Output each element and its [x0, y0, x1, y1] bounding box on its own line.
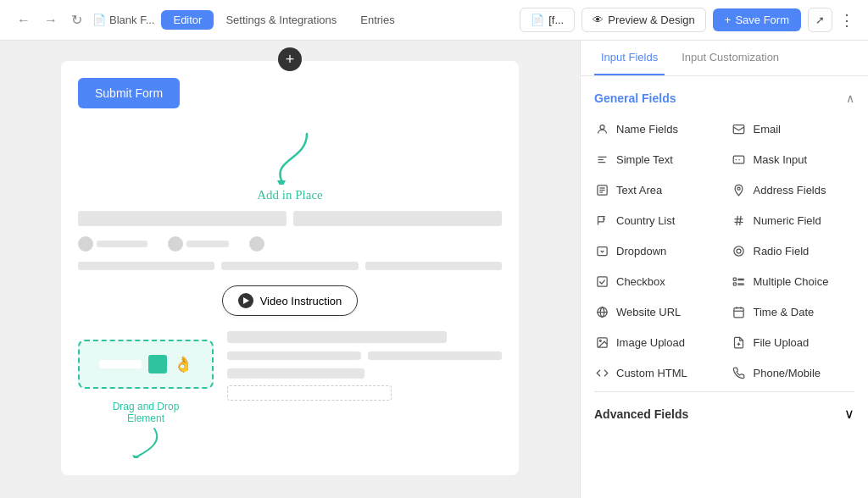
drag-drop-area[interactable]: 👌: [78, 340, 214, 389]
phone-icon: [732, 365, 747, 380]
svg-point-12: [737, 187, 740, 190]
field-website[interactable]: Website URL: [587, 296, 725, 327]
field-phone[interactable]: Phone/Mobile: [725, 357, 862, 388]
topbar: ← → ↻ 📄 Blank F... Editor Settings & Int…: [0, 0, 868, 41]
svg-marker-0: [277, 180, 286, 185]
person-icon: [594, 121, 609, 136]
mock-dashed: [227, 385, 392, 401]
mock-field-1: [78, 211, 287, 226]
back-button[interactable]: ←: [14, 9, 34, 31]
topbar-tabs: Editor Settings & Integrations Entries: [161, 10, 406, 30]
fields-grid: Name Fields Email Simple Text: [581, 113, 868, 388]
svg-point-2: [600, 125, 604, 129]
collapse-icon: ∧: [846, 91, 854, 105]
breadcrumb-button[interactable]: 📄 [f...: [520, 8, 575, 32]
mock-small-2: [221, 262, 358, 270]
field-datetime[interactable]: Time & Date: [725, 296, 862, 327]
mock-form-fields: [78, 211, 502, 270]
tab-input-customization[interactable]: Input Customization: [675, 41, 786, 75]
tab-editor[interactable]: Editor: [161, 10, 214, 30]
svg-rect-3: [733, 125, 744, 133]
image-icon: [594, 335, 609, 350]
drag-label: Drag and Drop Element: [113, 401, 180, 424]
mock-icon-1: [78, 236, 93, 252]
file-name: 📄 Blank F...: [92, 14, 154, 26]
drag-section: 👌 Drag and Drop Element: [78, 331, 214, 458]
mock-bottom-1: [227, 368, 364, 379]
drag-arrow-svg: [120, 424, 171, 458]
field-text-area[interactable]: Text Area: [587, 174, 725, 205]
field-radio[interactable]: Radio Field: [725, 235, 862, 266]
main-layout: + Submit Form Add in Place: [0, 41, 868, 498]
mock-row-1: [78, 211, 502, 226]
add-in-place-label: Add in Place: [257, 188, 322, 202]
email-icon: [732, 121, 747, 136]
bottom-section: 👌 Drag and Drop Element: [78, 331, 502, 458]
forward-button[interactable]: →: [41, 9, 61, 31]
expand-button[interactable]: ➚: [808, 8, 832, 32]
field-custom-html[interactable]: Custom HTML: [587, 357, 725, 388]
tab-entries[interactable]: Entries: [348, 10, 406, 30]
mock-small-1: [78, 262, 214, 270]
preview-button[interactable]: 👁 Preview & Design: [581, 8, 706, 32]
field-email[interactable]: Email: [725, 113, 862, 144]
general-fields-section[interactable]: General Fields ∧: [581, 83, 868, 113]
svg-rect-28: [734, 307, 743, 317]
flag-icon: [594, 213, 609, 228]
panel-tabs: Input Fields Input Customization: [581, 41, 868, 76]
drag-green-element: [148, 355, 167, 374]
svg-line-16: [740, 215, 741, 224]
field-address[interactable]: Address Fields: [725, 174, 862, 205]
hash-icon: [732, 213, 747, 228]
field-simple-text[interactable]: Simple Text: [587, 144, 725, 174]
general-fields-title: General Fields: [594, 91, 676, 105]
field-name-fields[interactable]: Name Fields: [587, 113, 725, 144]
mock-small-3: [365, 262, 502, 270]
field-checkbox[interactable]: Checkbox: [587, 266, 725, 296]
submit-form-button[interactable]: Submit Form: [78, 78, 180, 108]
section-divider: [594, 391, 854, 392]
multiple-choice-icon: [732, 274, 747, 289]
checkbox-icon: [594, 274, 609, 289]
field-country-list[interactable]: Country List: [587, 205, 725, 235]
tab-settings[interactable]: Settings & Integrations: [214, 10, 348, 30]
field-file-upload[interactable]: File Upload: [725, 327, 862, 357]
svg-point-33: [599, 340, 601, 341]
mock-icon-3: [249, 236, 264, 252]
mock-text-1: [97, 241, 147, 247]
mock-icon-row: [78, 233, 502, 255]
add-field-button[interactable]: +: [278, 47, 302, 71]
mock-icon-2: [168, 236, 183, 252]
right-mock-fields: [227, 331, 502, 401]
field-numeric[interactable]: Numeric Field: [725, 205, 862, 235]
calendar-icon: [732, 304, 747, 319]
dropdown-icon: [594, 243, 609, 258]
advanced-fields-section[interactable]: Advanced Fields ∨: [581, 396, 868, 432]
eye-icon: 👁: [593, 14, 604, 26]
file-small-icon: 📄: [531, 14, 544, 26]
mock-wide-1: [227, 331, 447, 343]
mock-field-2: [293, 211, 502, 226]
save-button[interactable]: + Save Form: [713, 8, 801, 31]
svg-rect-20: [597, 276, 606, 285]
expand-icon: ∨: [844, 406, 854, 422]
reload-button[interactable]: ↻: [68, 8, 86, 31]
more-button[interactable]: ⋮: [839, 11, 854, 30]
mock-text-2: [186, 241, 229, 247]
field-dropdown[interactable]: Dropdown: [587, 235, 725, 266]
mask-icon: [732, 152, 747, 167]
topbar-right: 📄 [f... 👁 Preview & Design + Save Form ➚…: [520, 8, 854, 32]
svg-point-19: [737, 249, 741, 253]
field-image-upload[interactable]: Image Upload: [587, 327, 725, 357]
file-icon: 📄: [92, 14, 106, 26]
mock-bottom-fields: [227, 368, 502, 401]
video-instruction-button[interactable]: Video Instruction: [222, 285, 359, 316]
field-multiple-choice[interactable]: Multiple Choice: [725, 266, 862, 296]
plus-icon: +: [725, 14, 732, 26]
video-button-wrapper: Video Instruction: [78, 277, 502, 324]
mock-row-3: [227, 351, 502, 360]
arrow-svg: [239, 125, 341, 185]
field-mask-input[interactable]: Mask Input: [725, 144, 862, 174]
tab-input-fields[interactable]: Input Fields: [594, 41, 665, 75]
file-upload-icon: [732, 335, 747, 350]
